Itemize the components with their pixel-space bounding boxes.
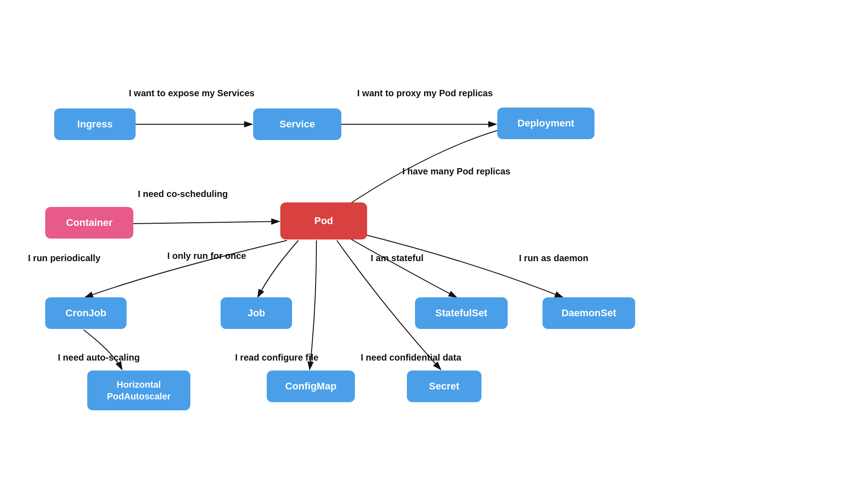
- arrows-svg: [0, 0, 868, 488]
- node-container: Container: [45, 207, 133, 239]
- node-deployment: Deployment: [497, 108, 594, 139]
- label-proxy: I want to proxy my Pod replicas: [357, 88, 493, 99]
- label-autoscale: I need auto-scaling: [58, 352, 140, 363]
- label-confidential: I need confidential data: [361, 352, 461, 363]
- label-periodic: I run periodically: [28, 253, 100, 263]
- node-service-label: Service: [279, 118, 315, 130]
- label-stateful: I am stateful: [371, 253, 424, 263]
- node-ingress: Ingress: [54, 108, 136, 140]
- node-ingress-label: Ingress: [77, 118, 113, 130]
- label-daemon: I run as daemon: [519, 253, 588, 263]
- node-pod-label: Pod: [314, 215, 333, 227]
- node-cronjob-label: CronJob: [66, 307, 106, 319]
- node-statefulset-label: StatefulSet: [435, 307, 487, 319]
- label-configure: I read configure file: [235, 352, 318, 363]
- node-statefulset: StatefulSet: [415, 297, 508, 329]
- node-hpa-label: Horizontal PodAutoscaler: [107, 379, 170, 402]
- node-secret-label: Secret: [429, 380, 459, 392]
- label-onlyonce: I only run for once: [167, 251, 246, 261]
- node-configmap: ConfigMap: [267, 371, 355, 402]
- node-job: Job: [221, 297, 292, 329]
- node-hpa: Horizontal PodAutoscaler: [87, 371, 190, 410]
- label-cosched: I need co-scheduling: [138, 189, 228, 199]
- node-job-label: Job: [247, 307, 265, 319]
- diagram: Ingress Service Deployment Container Pod…: [0, 0, 868, 488]
- label-expose: I want to expose my Services: [129, 88, 255, 99]
- node-container-label: Container: [66, 217, 113, 229]
- node-daemonset-label: DaemonSet: [561, 307, 616, 319]
- node-pod: Pod: [280, 202, 367, 239]
- node-configmap-label: ConfigMap: [285, 380, 337, 392]
- node-deployment-label: Deployment: [518, 117, 575, 129]
- node-service: Service: [253, 108, 341, 140]
- label-manyreplicas: I have many Pod replicas: [402, 166, 510, 177]
- node-secret: Secret: [407, 371, 481, 402]
- node-daemonset: DaemonSet: [542, 297, 635, 329]
- node-cronjob: CronJob: [45, 297, 127, 329]
